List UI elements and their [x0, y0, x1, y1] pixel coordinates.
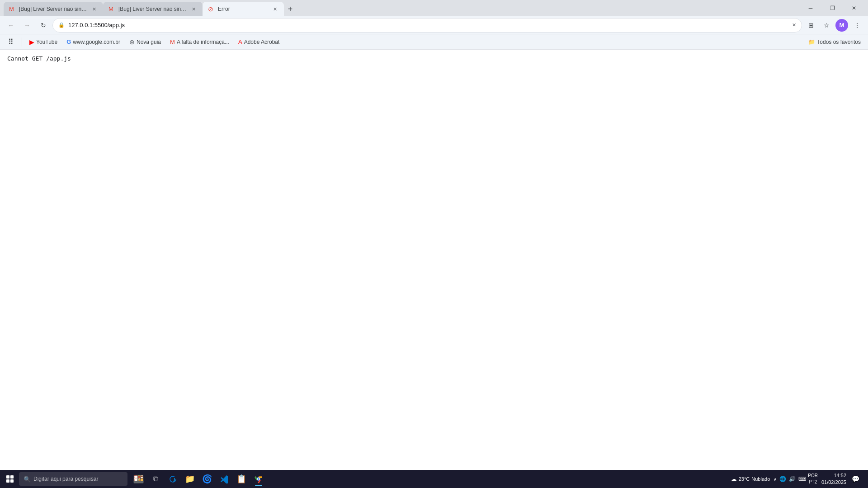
bookmark-gmail[interactable]: M A falta de informaçã...: [166, 37, 233, 47]
app5-icon: 🌀: [202, 474, 212, 484]
taskbar-app-explorer[interactable]: 📁: [182, 471, 198, 487]
profile-button[interactable]: M: [835, 18, 849, 33]
tab-1-favicon: M: [9, 5, 16, 13]
expand-icon[interactable]: ∧: [774, 477, 777, 482]
bookmarks-apps-button[interactable]: ⠿: [4, 35, 18, 49]
nav-right-buttons: ⊞ ☆ M ⋮: [804, 18, 864, 33]
reload-button[interactable]: ↻: [36, 18, 51, 33]
tab-1-close[interactable]: ✕: [90, 5, 98, 13]
taskbar: 🔍 Digitar aqui para pesquisar 🍱 ⧉ 📁 🌀: [0, 470, 868, 488]
taskbar-lang: POR PT2: [808, 473, 818, 485]
tabs-area: M [Bug] Liver Server não sincroniz... ✕ …: [4, 0, 800, 16]
clock-time: 14:52: [834, 472, 846, 479]
bookmark-gmail-label: A falta de informaçã...: [177, 39, 229, 45]
taskbar-search[interactable]: 🔍 Digitar aqui para pesquisar: [19, 472, 127, 486]
keyboard-icon[interactable]: ⌨: [798, 476, 806, 482]
error-message: Cannot GET /app.js: [7, 55, 861, 62]
tab-2-title: [Bug] Liver Server não sincroniz...: [118, 6, 187, 12]
tab-3-favicon: ⊘: [208, 5, 215, 13]
taskbar-app-edge[interactable]: [165, 471, 181, 487]
forward-button[interactable]: →: [20, 18, 34, 33]
tab-1-title: [Bug] Liver Server não sincroniz...: [19, 6, 88, 12]
taskbar-weather: ☁ 23°C Nublado: [731, 475, 770, 483]
weather-condition: Nublado: [751, 476, 770, 482]
bookmark-google[interactable]: G www.google.com.br: [63, 37, 124, 47]
taskbar-app-icons: 🍱 ⧉ 📁 🌀 📋: [130, 471, 267, 487]
bookmark-google-label: www.google.com.br: [73, 39, 120, 45]
chrome-icon: [254, 474, 263, 483]
profile-avatar[interactable]: M: [835, 19, 848, 32]
network-icon[interactable]: 🌐: [779, 476, 786, 482]
taskbar-sys-icons: ∧ 🌐 🔊 ⌨: [774, 476, 806, 482]
close-button[interactable]: ✕: [844, 0, 864, 16]
menu-button[interactable]: ⋮: [850, 18, 864, 33]
bookmarks-bar: ⠿ ▶ YouTube G www.google.com.br ⊕ Nova g…: [0, 34, 868, 50]
window-controls: ─ ❐ ✕: [800, 0, 864, 16]
tab-1[interactable]: M [Bug] Liver Server não sincroniz... ✕: [4, 2, 103, 16]
back-button[interactable]: ←: [4, 18, 18, 33]
bookmarks-divider-1: [22, 38, 22, 47]
tab-3-title: Error: [218, 6, 269, 12]
bookmark-youtube[interactable]: ▶ YouTube: [26, 37, 61, 47]
start-button[interactable]: [2, 471, 18, 487]
weather-temp: 23°C: [739, 476, 750, 482]
taskbar-app-vscode[interactable]: [216, 471, 232, 487]
taskbar-search-text: Digitar aqui para pesquisar: [33, 476, 98, 482]
taskbar-app-taskview[interactable]: ⧉: [147, 471, 164, 487]
youtube-favicon-icon: ▶: [29, 38, 34, 46]
taskbar-app-7[interactable]: 📋: [233, 471, 250, 487]
restore-button[interactable]: ❐: [822, 0, 843, 16]
new-tab-button[interactable]: +: [284, 3, 297, 15]
page-content: Cannot GET /app.js: [0, 50, 868, 470]
fruit-icon: 🍱: [133, 474, 144, 484]
all-favorites-label: Todos os favoritos: [817, 39, 861, 45]
weather-icon: ☁: [731, 475, 737, 483]
address-bar[interactable]: 🔒 127.0.0.1:5500/app.js ✕: [52, 18, 802, 33]
tab-2[interactable]: M [Bug] Liver Server não sincroniz... ✕: [103, 2, 203, 16]
vscode-icon: [220, 474, 229, 483]
explorer-icon: 📁: [185, 474, 195, 484]
all-favorites-folder-icon: 📁: [808, 39, 815, 45]
minimize-button[interactable]: ─: [800, 0, 821, 16]
navbar: ← → ↻ 🔒 127.0.0.1:5500/app.js ✕ ⊞ ☆ M ⋮: [0, 16, 868, 34]
address-text: 127.0.0.1:5500/app.js: [68, 22, 788, 28]
taskview-icon: ⧉: [153, 475, 158, 483]
taskbar-right: ☁ 23°C Nublado ∧ 🌐 🔊 ⌨ POR PT2 14:52 01/…: [731, 471, 866, 487]
translate-button[interactable]: ⊞: [804, 18, 818, 33]
bookmark-button[interactable]: ☆: [819, 18, 834, 33]
bookmark-nova-guia-label: Nova guia: [137, 39, 161, 45]
taskbar-clock[interactable]: 14:52 01/02/2025: [821, 472, 846, 486]
tab-3-close[interactable]: ✕: [271, 5, 278, 13]
taskbar-app-chrome[interactable]: [250, 471, 267, 487]
lang-por: POR: [808, 473, 818, 479]
bookmarks-right: 📁 Todos os favoritos: [805, 37, 864, 47]
tab-3[interactable]: ⊘ Error ✕: [203, 2, 284, 16]
taskbar-app-fruit[interactable]: 🍱: [130, 471, 146, 487]
bookmark-youtube-label: YouTube: [36, 39, 57, 45]
nova-guia-favicon-icon: ⊕: [129, 38, 135, 46]
notification-icon: 💬: [852, 475, 859, 483]
windows-icon: [6, 475, 14, 483]
adobe-favicon-icon: A: [238, 38, 242, 45]
volume-icon[interactable]: 🔊: [789, 476, 796, 482]
titlebar: M [Bug] Liver Server não sincroniz... ✕ …: [0, 0, 868, 16]
clock-date: 01/02/2025: [821, 479, 846, 486]
bookmark-nova-guia[interactable]: ⊕ Nova guia: [126, 37, 165, 47]
taskbar-search-icon: 🔍: [24, 476, 31, 483]
bookmark-adobe-label: Adobe Acrobat: [244, 39, 280, 45]
all-favorites-button[interactable]: 📁 Todos os favoritos: [805, 37, 864, 47]
taskbar-app-5[interactable]: 🌀: [199, 471, 215, 487]
app7-icon: 📋: [236, 474, 246, 484]
svg-point-2: [258, 478, 259, 480]
address-clear-icon[interactable]: ✕: [792, 22, 796, 28]
edge-icon: [168, 474, 177, 483]
tab-2-close[interactable]: ✕: [190, 5, 197, 13]
google-favicon-icon: G: [66, 38, 71, 45]
address-security-icon: 🔒: [58, 22, 65, 28]
notification-button[interactable]: 💬: [848, 471, 863, 487]
lang-pt2: PT2: [808, 479, 818, 485]
tab-2-favicon: M: [108, 5, 116, 13]
gmail-favicon-icon: M: [170, 38, 175, 45]
bookmark-adobe[interactable]: A Adobe Acrobat: [235, 37, 283, 47]
